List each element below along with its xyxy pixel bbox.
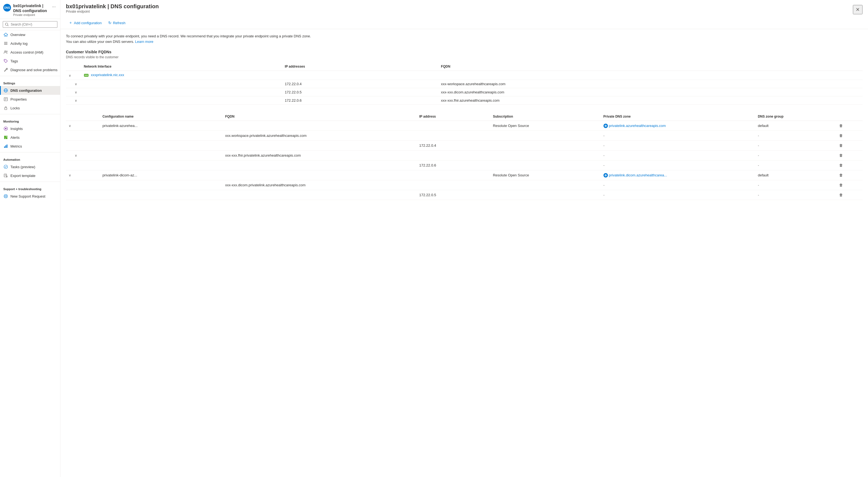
sidebar-item-locks-label: Locks (10, 106, 20, 110)
learn-more-link[interactable]: Learn more (135, 39, 153, 44)
properties-icon (3, 97, 8, 102)
dns-icon (3, 88, 8, 93)
sidebar-item-tags[interactable]: Tags (0, 57, 60, 65)
add-configuration-button[interactable]: ＋ Add configuration (66, 19, 104, 27)
dns-zone-link-2[interactable]: privatelink.dicom.azurehealthcarea... (603, 173, 752, 178)
sidebar-header: DNS bx01privatelink | DNS configuration … (0, 0, 60, 19)
refresh-icon: ↻ (108, 21, 112, 25)
expand-config-button[interactable]: ∨ (69, 173, 71, 177)
delete-child-button[interactable]: 🗑 (838, 133, 844, 139)
delete-child-button[interactable]: 🗑 (838, 192, 844, 198)
expand-config-button[interactable]: ∨ (69, 124, 71, 128)
child-ip-cell: 172.22.0.5 (416, 190, 490, 200)
tag-icon (3, 59, 8, 63)
dns-zone-link[interactable]: privatelink.azurehealthcareapis.com (603, 124, 752, 128)
delete-config-button[interactable]: 🗑 (838, 123, 844, 128)
expand-row-button[interactable]: ∨ (75, 90, 77, 94)
sidebar-item-metrics[interactable]: Metrics (0, 142, 60, 151)
sidebar-item-diagnose[interactable]: Diagnose and solve problems (0, 65, 60, 74)
child-ip-cell: 172.22.0.4 (416, 141, 490, 151)
sidebar-item-tasks[interactable]: Tasks (preview) (0, 162, 60, 171)
config-dns-group-cell: default (755, 121, 835, 131)
delete-child-button[interactable]: 🗑 (838, 143, 844, 148)
delete-child-button[interactable]: 🗑 (838, 152, 844, 158)
sidebar-item-dns-configuration[interactable]: DNS configuration (0, 86, 60, 95)
config-ip-cell (416, 121, 490, 131)
expand-nic-button[interactable]: ∨ (69, 73, 71, 78)
search-container (0, 19, 60, 30)
sidebar-item-export-label: Export template (10, 174, 35, 178)
child-ip-cell: 172.22.0.6 (416, 160, 490, 170)
sidebar-item-overview-label: Overview (10, 33, 25, 37)
col-action-header (835, 112, 863, 121)
page-title: bx01privatelink | DNS configuration (13, 3, 49, 13)
svg-point-3 (5, 51, 6, 52)
config-dns-zone-cell: privatelink.azurehealthcareapis.com (601, 121, 755, 131)
close-button[interactable]: ✕ (853, 5, 863, 14)
sidebar-item-access-control[interactable]: Access control (IAM) (0, 48, 60, 57)
list-icon (3, 41, 8, 46)
customer-fqdns-title: Customer Visible FQDNs (66, 50, 863, 54)
sidebar-item-new-support[interactable]: New Support Request (0, 192, 60, 201)
sidebar-item-export-template[interactable]: Export template (0, 171, 60, 180)
dns-zone-icon (603, 173, 608, 178)
config-name-cell: privatelink-azurehea... (100, 121, 222, 131)
table-row: 172.22.0.4 - - 🗑 (66, 141, 863, 151)
dns-zone-name: privatelink.azurehealthcareapis.com (609, 124, 666, 128)
dash-cell: - (755, 190, 835, 200)
nic-link[interactable]: xxxprivatelink.nic.xxx (91, 73, 124, 77)
ip-cell: 172.22.0.5 (282, 88, 438, 96)
svg-line-32 (4, 197, 5, 198)
fqdn-cell: xxx-xxx.dicom.azurehealthcareapis.com (438, 88, 863, 96)
sidebar: DNS bx01privatelink | DNS configuration … (0, 0, 60, 477)
settings-section-label: Settings (0, 78, 60, 86)
page-header-title: bx01privatelink | DNS configuration (66, 3, 159, 10)
page-subtitle: Private endpoint (13, 13, 49, 17)
refresh-label: Refresh (113, 21, 126, 25)
svg-point-15 (5, 128, 7, 129)
sidebar-item-properties[interactable]: Properties (0, 95, 60, 103)
insights-icon (3, 126, 8, 131)
delete-child-button[interactable]: 🗑 (838, 182, 844, 188)
sidebar-item-insights[interactable]: Insights (0, 124, 60, 133)
svg-point-29 (5, 196, 7, 197)
dns-zone-icon (603, 124, 608, 128)
col-ip-addresses-header: IP addresses (282, 62, 438, 71)
sidebar-item-metrics-label: Metrics (10, 144, 22, 148)
dash-cell: - (601, 180, 755, 190)
sidebar-item-overview[interactable]: Overview (0, 30, 60, 39)
col-dns-group-header: DNS zone group (755, 112, 835, 121)
svg-rect-21 (5, 145, 6, 148)
expand-child-button[interactable]: ∨ (75, 154, 77, 157)
sidebar-item-locks[interactable]: Locks (0, 103, 60, 112)
wrench-icon (3, 67, 8, 72)
expand-row-button[interactable]: ∨ (75, 82, 77, 86)
person-group-icon (3, 50, 8, 55)
info-text: To connect privately with your private e… (66, 34, 311, 44)
export-icon (3, 173, 8, 178)
add-configuration-label: Add configuration (74, 21, 102, 25)
col-network-interface-header: Network Interface (81, 62, 282, 71)
expand-row-button[interactable]: ∨ (75, 99, 77, 102)
delete-child-button[interactable]: 🗑 (838, 162, 844, 168)
svg-rect-20 (4, 146, 5, 148)
sidebar-item-insights-label: Insights (10, 127, 23, 131)
refresh-button[interactable]: ↻ Refresh (105, 19, 128, 26)
config-sub-cell: Resolute Open Source (490, 121, 600, 131)
more-options-button[interactable]: ... (51, 3, 57, 8)
config-fqdn-cell (222, 121, 417, 131)
plus-icon: ＋ (69, 20, 72, 25)
customer-fqdns-subtitle: DNS records visible to the customer (66, 55, 863, 59)
dash-cell: - (755, 151, 835, 160)
sidebar-item-activity-log[interactable]: Activity log (0, 39, 60, 48)
svg-point-5 (5, 60, 5, 60)
table-row: ∨ 172.22.0.5 xxx-xxx.dicom.azurehealthca… (66, 88, 863, 96)
lock-icon (3, 106, 8, 111)
sidebar-item-alerts[interactable]: Alerts (0, 133, 60, 142)
search-input[interactable] (3, 21, 57, 28)
col-fqdn-cfg-header: FQDN (222, 112, 417, 121)
table-row: ∨ xxxprivatelink.nic.xxx (66, 71, 863, 80)
customer-fqdns-table: Network Interface IP addresses FQDN ∨ (66, 62, 863, 105)
config-name-cell: privatelink-dicom-az... (100, 170, 222, 180)
delete-config-button[interactable]: 🗑 (838, 172, 844, 178)
